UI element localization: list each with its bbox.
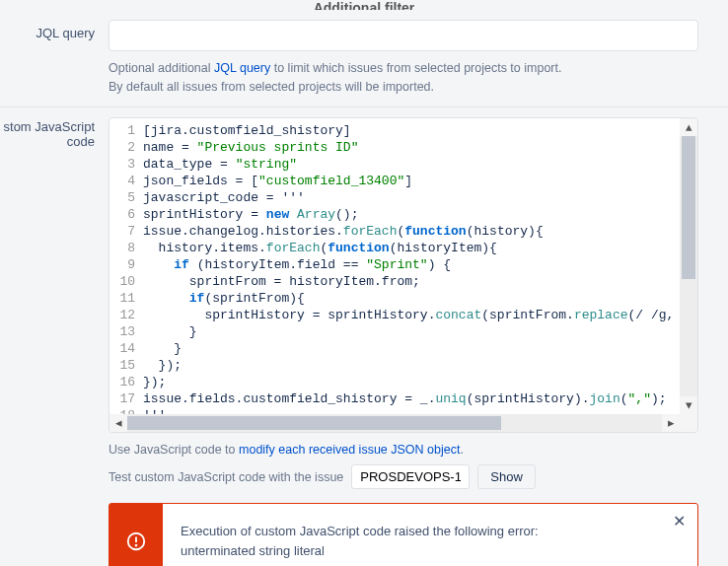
error-line2: unterminated string literal — [181, 541, 658, 561]
scroll-left-icon[interactable]: ◂ — [109, 414, 127, 432]
scroll-down-icon[interactable]: ▾ — [680, 396, 697, 414]
editor-hscroll[interactable]: ◂ ▸ — [109, 414, 680, 432]
jql-helper: Optional additional JQL query to limit w… — [109, 59, 698, 97]
code-body[interactable]: [jira.customfield_shistory]name = "Previ… — [143, 118, 680, 414]
scroll-right-icon[interactable]: ▸ — [662, 414, 680, 432]
section-title: Additional filter — [0, 0, 728, 10]
close-icon[interactable]: ✕ — [673, 514, 686, 530]
code-gutter: 1234567891011121314151617181920 — [109, 118, 143, 414]
test-label: Test custom JavaScript code with the iss… — [109, 470, 343, 484]
error-flag: Execution of custom JavaScript code rais… — [109, 503, 698, 566]
test-issue-input[interactable] — [351, 464, 470, 489]
error-icon — [109, 504, 163, 566]
vscroll-thumb[interactable] — [682, 136, 695, 279]
show-button[interactable]: Show — [477, 464, 536, 489]
error-line1: Execution of custom JavaScript code rais… — [181, 522, 658, 541]
code-editor[interactable]: 1234567891011121314151617181920 [jira.cu… — [109, 117, 698, 433]
code-label: stom JavaScript code — [0, 117, 109, 567]
jql-label: JQL query — [0, 20, 109, 97]
editor-vscroll[interactable]: ▴ ▾ — [680, 118, 697, 414]
code-helper: Use JavaScript code to modify each recei… — [109, 441, 698, 460]
code-help-link[interactable]: modify each received issue JSON object — [239, 443, 460, 457]
scroll-up-icon[interactable]: ▴ — [680, 118, 697, 136]
jql-input[interactable] — [109, 20, 698, 51]
hscroll-thumb[interactable] — [127, 416, 501, 430]
svg-point-2 — [136, 544, 137, 545]
jql-help-link[interactable]: JQL query — [214, 61, 270, 75]
